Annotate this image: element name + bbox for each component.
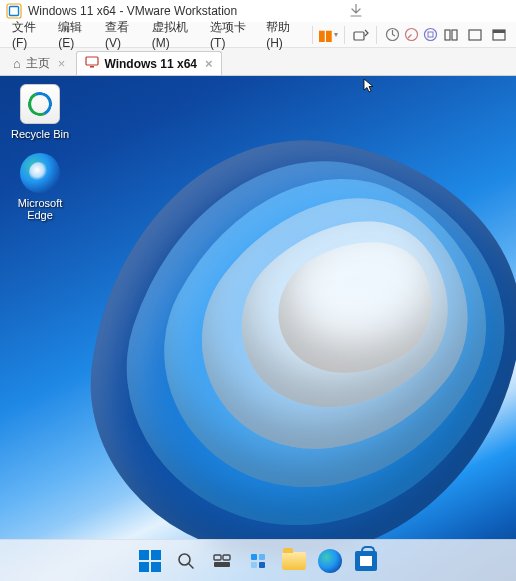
taskbar-center xyxy=(135,546,381,576)
close-icon[interactable]: × xyxy=(58,56,66,71)
svg-rect-9 xyxy=(469,30,481,40)
svg-rect-20 xyxy=(259,554,265,560)
desktop-icon-recycle-bin[interactable]: Recycle Bin xyxy=(5,84,75,140)
edge-icon xyxy=(20,153,60,193)
menu-edit[interactable]: 编辑(E) xyxy=(52,16,97,53)
snapshot-button[interactable] xyxy=(383,24,402,46)
task-view-button[interactable] xyxy=(207,546,237,576)
svg-rect-18 xyxy=(214,562,230,567)
menu-vm[interactable]: 虚拟机(M) xyxy=(146,16,202,53)
widgets-button[interactable] xyxy=(243,546,273,576)
separator xyxy=(376,26,377,44)
svg-point-5 xyxy=(425,29,437,41)
pin-icon[interactable] xyxy=(350,4,362,21)
menu-items: 文件(F) 编辑(E) 查看(V) 虚拟机(M) 选项卡(T) 帮助(H) xyxy=(6,16,306,53)
tab-label: Windows 11 x64 xyxy=(104,57,197,71)
tab-vm[interactable]: Windows 11 x64 × xyxy=(76,51,221,75)
snapshot-manager-button[interactable] xyxy=(421,24,440,46)
menu-view[interactable]: 查看(V) xyxy=(99,16,144,53)
edge-icon xyxy=(318,549,342,573)
search-icon xyxy=(176,551,196,571)
svg-line-15 xyxy=(189,564,193,568)
store-button[interactable] xyxy=(351,546,381,576)
recycle-bin-icon xyxy=(20,84,60,124)
task-view-icon xyxy=(212,551,232,571)
vm-tab-icon xyxy=(85,56,99,71)
svg-rect-2 xyxy=(354,32,364,40)
svg-rect-7 xyxy=(445,30,450,40)
pause-icon: ▮▮ xyxy=(318,27,332,43)
view-single-button[interactable] xyxy=(440,24,462,46)
guest-desktop[interactable]: Recycle Bin Microsoft Edge xyxy=(0,76,516,581)
edge-taskbar-button[interactable] xyxy=(315,546,345,576)
close-icon[interactable]: × xyxy=(205,56,213,71)
start-button[interactable] xyxy=(135,546,165,576)
separator xyxy=(312,26,313,44)
folder-icon xyxy=(282,552,306,570)
svg-rect-8 xyxy=(452,30,457,40)
pause-vm-button[interactable]: ▮▮ ▾ xyxy=(318,24,338,46)
vmware-menubar: 文件(F) 编辑(E) 查看(V) 虚拟机(M) 选项卡(T) 帮助(H) ▮▮… xyxy=(0,22,516,48)
windows-taskbar[interactable] xyxy=(0,539,516,581)
fullscreen-button[interactable] xyxy=(488,24,510,46)
menu-help[interactable]: 帮助(H) xyxy=(260,16,305,53)
svg-rect-17 xyxy=(223,555,230,560)
menu-tabs[interactable]: 选项卡(T) xyxy=(204,16,258,53)
file-explorer-button[interactable] xyxy=(279,546,309,576)
windows11-wallpaper xyxy=(0,76,516,581)
svg-rect-22 xyxy=(259,562,265,568)
menu-file[interactable]: 文件(F) xyxy=(6,16,50,53)
tab-label: 主页 xyxy=(26,55,50,72)
icon-label: Recycle Bin xyxy=(5,128,75,140)
svg-rect-11 xyxy=(493,30,505,33)
desktop-icon-edge[interactable]: Microsoft Edge xyxy=(5,153,75,221)
svg-rect-13 xyxy=(90,66,94,68)
widgets-icon xyxy=(248,551,268,571)
view-console-button[interactable] xyxy=(464,24,486,46)
svg-rect-12 xyxy=(86,57,98,65)
icon-label: Microsoft Edge xyxy=(5,197,75,221)
separator xyxy=(344,26,345,44)
svg-rect-6 xyxy=(428,32,433,37)
svg-rect-16 xyxy=(214,555,221,560)
home-icon: ⌂ xyxy=(13,56,21,71)
svg-point-14 xyxy=(179,554,190,565)
send-keys-button[interactable] xyxy=(351,24,370,46)
windows-logo-icon xyxy=(139,550,161,572)
search-button[interactable] xyxy=(171,546,201,576)
snapshot-prev-button[interactable] xyxy=(402,24,421,46)
svg-rect-19 xyxy=(251,554,257,560)
dropdown-icon: ▾ xyxy=(334,30,338,39)
tab-home[interactable]: ⌂ 主页 × xyxy=(4,51,74,75)
svg-rect-21 xyxy=(251,562,257,568)
store-icon xyxy=(355,551,377,571)
